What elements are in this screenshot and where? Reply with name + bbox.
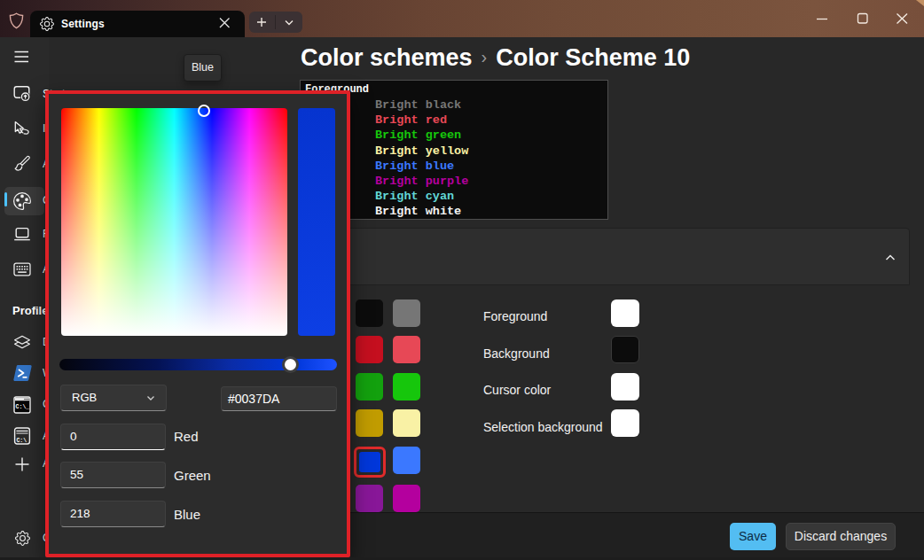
svg-text:C:\_: C:\_ [16, 404, 30, 410]
svg-text:C:\: C:\ [16, 438, 27, 444]
